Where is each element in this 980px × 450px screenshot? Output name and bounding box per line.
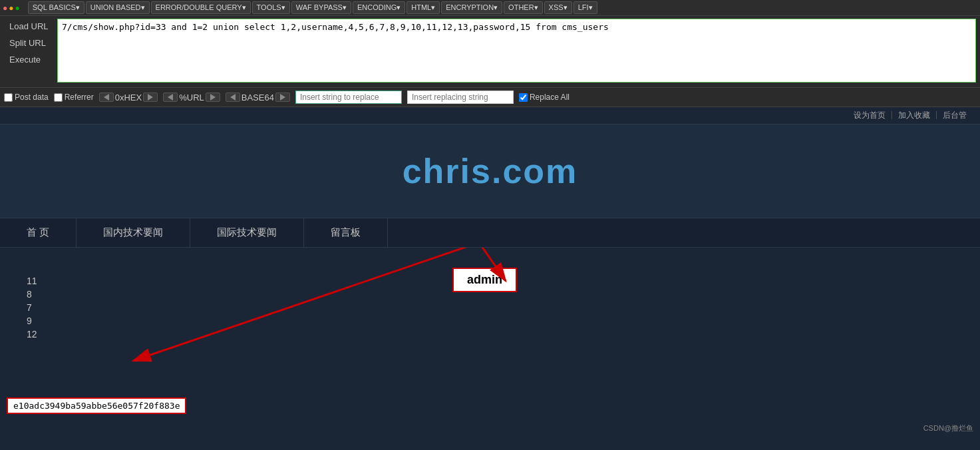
url-label: %URL: [179, 93, 204, 103]
header-sep-2: |: [935, 110, 937, 121]
error-double-query-menu[interactable]: ERROR/DOUBLE QUERY▾: [151, 1, 251, 14]
data-row-3: 7: [27, 301, 953, 314]
site-footer: CSDN@撸烂鱼: [0, 421, 980, 436]
nav-item-home[interactable]: 首 页: [0, 218, 77, 247]
waf-bypass-menu[interactable]: WAF BYPASS▾: [291, 1, 351, 14]
footer-credit: CSDN@撸烂鱼: [923, 423, 973, 433]
site-logo: chris.com: [403, 151, 578, 191]
url-decode-btn[interactable]: [163, 93, 178, 102]
hex-label: 0xHEX: [115, 93, 142, 103]
arrow-left-icon: [104, 94, 109, 101]
base64-encode-group: BASE64: [226, 93, 290, 103]
toolbar-dot-red: ●: [3, 3, 7, 13]
replace-all-option: Replace All: [519, 93, 570, 102]
site-header: 设为首页 | 加入收藏 | 后台管: [0, 107, 980, 124]
html-menu[interactable]: HTML▾: [407, 1, 440, 14]
referrer-checkbox[interactable]: [54, 93, 63, 102]
referrer-label: Referrer: [65, 93, 94, 102]
arrow-right-icon3: [280, 94, 285, 101]
split-url-button[interactable]: Split URL: [4, 35, 57, 52]
options-row: Post data Referrer 0xHEX %URL BASE64 Rep…: [0, 88, 980, 107]
lfi-menu[interactable]: LFI▾: [573, 1, 597, 14]
site-nav: 首 页 国内技术要闻 国际技术要闻 留言板: [0, 218, 980, 248]
replace-all-checkbox[interactable]: [519, 93, 528, 102]
post-data-option: Post data: [4, 93, 49, 102]
encryption-menu[interactable]: ENCRYPTION▾: [441, 1, 502, 14]
encoding-menu[interactable]: ENCODING▾: [353, 1, 405, 14]
nav-item-guestbook[interactable]: 留言板: [304, 218, 388, 247]
site-content: admin 11 8 7 9 12 e10adc3949ba59abbe56e0…: [0, 248, 980, 421]
post-data-label: Post data: [15, 93, 49, 102]
base64-label: BASE64: [242, 93, 274, 103]
url-encode-group: %URL: [163, 93, 220, 103]
post-data-checkbox[interactable]: [4, 93, 13, 102]
base64-decode-btn[interactable]: [226, 93, 240, 102]
replace-all-label: Replace All: [530, 93, 570, 102]
data-row-5: 12: [27, 328, 953, 341]
header-sep-1: |: [891, 110, 893, 121]
hex-encode-group: 0xHEX: [99, 93, 158, 103]
header-links: 设为首页 | 加入收藏 | 后台管: [854, 110, 967, 121]
website-container: 设为首页 | 加入收藏 | 后台管 chris.com 首 页 国内技术要闻 国…: [0, 107, 980, 436]
insert-string-to-replace[interactable]: [295, 91, 402, 104]
sql-basics-menu[interactable]: SQL BASICS▾: [28, 1, 84, 14]
nav-item-international[interactable]: 国际技术要闻: [190, 218, 304, 247]
data-row-4: 9: [27, 314, 953, 328]
toolbar-dot-yellow: ●: [9, 3, 13, 13]
site-logo-area: chris.com: [0, 124, 980, 218]
arrow-left-icon3: [230, 94, 236, 101]
top-toolbar: ● ● ● SQL BASICS▾ UNION BASED▾ ERROR/DOU…: [0, 0, 980, 16]
header-link-3[interactable]: 后台管: [943, 110, 967, 121]
toolbar-dot-green: ●: [15, 3, 20, 13]
arrow-right-icon: [148, 94, 153, 101]
header-link-2[interactable]: 加入收藏: [898, 110, 930, 121]
url-input-wrap: 7/cms/show.php?id=33 and 1=2 union selec…: [57, 19, 976, 85]
url-area: Load URL Split URL Execute 7/cms/show.ph…: [0, 16, 980, 88]
arrow-left-icon2: [168, 94, 173, 101]
base64-encode-btn[interactable]: [275, 93, 290, 102]
tools-menu[interactable]: TOOLS▾: [252, 1, 290, 14]
hash-value-box: e10adc3949ba59abbe56e057f20f883e: [7, 397, 186, 414]
header-link-1[interactable]: 设为首页: [854, 110, 886, 121]
hex-encode-btn[interactable]: [143, 93, 158, 102]
url-input[interactable]: 7/cms/show.php?id=33 and 1=2 union selec…: [57, 19, 976, 83]
side-buttons: Load URL Split URL Execute: [4, 19, 57, 85]
referrer-option: Referrer: [54, 93, 94, 102]
url-encode-btn[interactable]: [206, 93, 220, 102]
union-based-menu[interactable]: UNION BASED▾: [86, 1, 150, 14]
other-menu[interactable]: OTHER▾: [504, 1, 543, 14]
insert-replacing-string[interactable]: [407, 91, 514, 104]
load-url-button[interactable]: Load URL: [4, 19, 57, 35]
admin-value-box: admin: [452, 268, 517, 292]
hex-decode-btn[interactable]: [99, 93, 114, 102]
execute-button[interactable]: Execute: [4, 52, 57, 69]
xss-menu[interactable]: XSS▾: [544, 1, 572, 14]
arrow-right-icon2: [210, 94, 216, 101]
nav-item-domestic[interactable]: 国内技术要闻: [77, 218, 190, 247]
